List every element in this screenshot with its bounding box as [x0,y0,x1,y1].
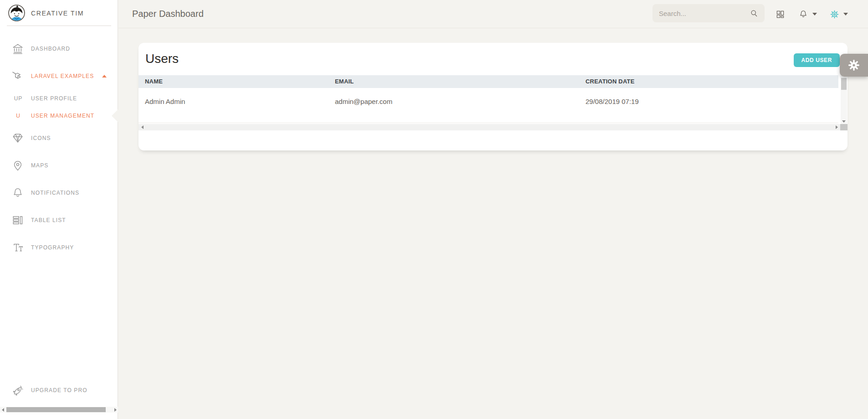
mini-label: UP [11,95,25,102]
sidebar-item-user-profile[interactable]: UP USER PROFILE [0,90,118,107]
mini-label: U [11,113,25,119]
sidebar-item-user-management[interactable]: U USER MANAGEMENT [0,107,118,124]
gear-icon [848,59,860,71]
sidebar-horizontal-scrollbar[interactable] [0,407,118,413]
scroll-left-icon[interactable] [139,124,145,130]
typography-icon [11,242,25,253]
table-header-row: NAME EMAIL CREATION DATE [139,75,838,88]
bell-icon [11,187,25,199]
active-item-notch [112,109,118,122]
scroll-right-icon[interactable] [113,407,118,413]
brand-name: CREATIVE TIM [31,10,84,17]
paper-dashboard-app: CREATIVE TIM DASHBOARD LARAVEL [0,0,868,419]
column-header-name: NAME [145,78,163,85]
settings-dropdown-button[interactable] [827,7,851,21]
sidebar-nav: DASHBOARD LARAVEL EXAMPLES UP USER PROFI… [0,35,118,261]
sidebar-item-label: UPGRADE TO PRO [31,387,87,393]
column-header-creation-date: CREATION DATE [586,78,635,85]
scrollbar-track[interactable] [5,407,113,413]
main-area: Paper Dashboard [118,0,868,419]
sidebar-item-dashboard[interactable]: DASHBOARD [0,35,118,62]
card-title: Users [145,52,179,66]
sidebar-item-laravel-examples[interactable]: LARAVEL EXAMPLES [0,62,118,90]
table-list-icon [11,214,25,226]
sidebar-item-label: USER PROFILE [31,95,77,102]
column-header-email: EMAIL [335,78,354,85]
search-input[interactable] [659,10,750,17]
sidebar-item-typography[interactable]: TYPOGRAPHY [0,234,118,261]
rocket-icon [11,384,25,396]
sidebar-item-label: ICONS [31,135,51,141]
user-email-link[interactable]: admin@paper.com [335,98,392,105]
collapse-caret-up-icon[interactable] [102,75,107,78]
scrollbar-thumb[interactable] [841,78,847,90]
scrollbar-thumb[interactable] [6,407,106,412]
layout-grid-icon [776,10,785,19]
sidebar: CREATIVE TIM DASHBOARD LARAVEL [0,0,118,419]
diamond-icon [11,132,25,144]
search-icon[interactable] [750,9,759,18]
sidebar-item-label: TYPOGRAPHY [31,244,74,251]
sidebar-item-label: USER MANAGEMENT [31,113,94,119]
user-creation-date-cell: 29/08/2019 07:19 [586,98,639,105]
table-row: Admin Admin admin@paper.com 29/08/2019 0… [139,88,838,123]
scrollbar-corner [840,124,847,130]
sidebar-item-icons[interactable]: ICONS [0,124,118,152]
brand-row[interactable]: CREATIVE TIM [0,0,118,26]
scroll-left-icon[interactable] [0,407,5,413]
card-vertical-scrollbar[interactable] [841,72,847,124]
sidebar-item-notifications[interactable]: NOTIFICATIONS [0,179,118,207]
sidebar-item-maps[interactable]: MAPS [0,152,118,179]
layout-grid-button[interactable] [773,7,787,21]
chevron-down-icon [812,13,817,16]
sidebar-item-label: DASHBOARD [31,46,70,52]
chevron-down-icon [843,13,848,16]
map-pin-icon [11,160,25,171]
bell-icon [799,10,808,19]
sidebar-item-label: LARAVEL EXAMPLES [31,73,94,79]
sidebar-item-label: TABLE LIST [31,217,66,223]
bank-icon [11,43,25,55]
avatar [8,5,25,21]
top-navbar: Paper Dashboard [118,0,868,28]
page-title: Paper Dashboard [132,9,204,19]
settings-panel-toggle-button[interactable] [840,54,868,77]
sidebar-item-label: MAPS [31,162,48,169]
card-horizontal-scrollbar[interactable] [139,124,840,130]
sidebar-item-upgrade-to-pro[interactable]: UPGRADE TO PRO [0,381,118,400]
scroll-right-icon[interactable] [834,124,839,130]
sidebar-item-table-list[interactable]: TABLE LIST [0,207,118,234]
sidebar-item-label: NOTIFICATIONS [31,190,79,196]
laravel-icon [11,70,25,83]
scroll-down-icon[interactable] [841,119,847,124]
search-box [652,4,765,22]
notifications-dropdown-button[interactable] [796,7,819,21]
add-user-button[interactable]: ADD USER [794,53,840,67]
users-card: Users ADD USER NAME EMAIL CREATION DATE … [139,43,847,150]
user-name-cell: Admin Admin [145,98,185,105]
gear-icon [830,10,839,19]
